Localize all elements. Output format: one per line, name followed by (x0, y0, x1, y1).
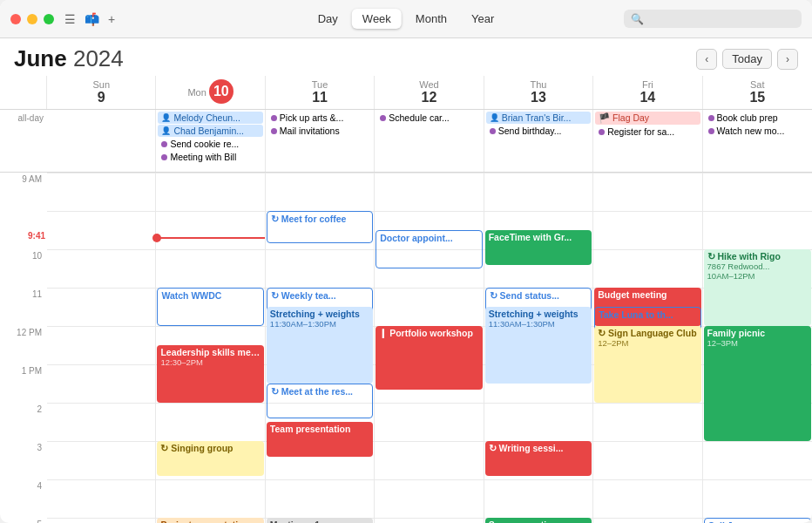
hour-line (47, 364, 155, 365)
add-icon[interactable]: + (108, 12, 115, 26)
calendar-event[interactable]: ↻ Meet at the res... (267, 384, 373, 418)
day-header-mon: Mon 10 (156, 76, 265, 109)
calendar-event[interactable]: ↻ Hike with Rigo7867 Redwood...10AM–12PM (704, 249, 811, 326)
calendar-event[interactable]: ↻ Sign Language Club12–2PM (594, 326, 700, 403)
allday-event[interactable]: Watch new mo... (705, 125, 810, 137)
hour-line (703, 211, 812, 212)
time-label-13: 1 PM (0, 364, 47, 403)
allday-event[interactable]: Meeting with Bill (158, 151, 262, 163)
hour-line (266, 479, 374, 480)
day-header-wed: Wed 12 (375, 76, 484, 109)
search-icon: 🔍 (631, 13, 644, 25)
hour-line (703, 441, 812, 442)
inbox-icon[interactable]: 📫 (85, 12, 99, 26)
hour-line (593, 403, 701, 404)
allday-event[interactable]: 👤 Brian Tran's Bir... (486, 112, 591, 124)
calendar-event[interactable]: Doctor appoint... (376, 230, 482, 268)
calendar-event[interactable]: ↻ Meet for coffee (267, 211, 373, 243)
search-bar[interactable]: 🔍 (624, 10, 802, 28)
calendar-event[interactable]: Stretching + weights11:30AM–1:30PM (267, 307, 373, 384)
hour-line (375, 288, 483, 289)
close-button[interactable] (10, 14, 21, 24)
allday-event[interactable]: Send birthday... (486, 125, 591, 137)
calendar-event[interactable]: Stretching + weights11:30AM–1:30PM (485, 307, 592, 384)
next-button[interactable]: › (777, 49, 798, 70)
hour-line (484, 403, 592, 404)
hour-line (47, 403, 155, 404)
hour-line (266, 249, 374, 250)
calendar-header: June 2024 ‹ Today › (0, 38, 812, 76)
calendar-event[interactable]: ↻ Writing sessi... (485, 441, 592, 476)
allday-row: all-day 👤 Melody Cheun... 👤 Chad Benjami… (0, 110, 812, 173)
allday-event[interactable]: Register for sa... (595, 126, 700, 138)
view-year-button[interactable]: Year (461, 9, 504, 29)
day-col-wed: Doctor appoint...❙ Portfolio workshop (375, 173, 484, 523)
today-button[interactable]: Today (722, 49, 772, 69)
allday-event[interactable]: Schedule car... (376, 112, 481, 124)
sidebar-icon[interactable]: ☰ (64, 12, 76, 26)
day-header-thu: Thu 13 (484, 76, 593, 109)
day-col-sun (47, 173, 156, 523)
day-col-mon: Watch WWDCLeadership skills meeting12:30… (156, 173, 265, 523)
time-labels: 9 AM101112 PM1 PM234569:41 (0, 173, 47, 523)
search-input[interactable] (648, 12, 788, 25)
hour-line (375, 479, 483, 480)
allday-col-sat: Book club prep Watch new mo... (703, 110, 812, 172)
calendar-event[interactable]: Watch WWDC (157, 288, 263, 326)
titlebar-icons: ☰ 📫 + (64, 12, 115, 26)
view-day-button[interactable]: Day (308, 9, 348, 29)
allday-event[interactable]: Book club prep (705, 112, 810, 124)
allday-event[interactable]: Send cookie re... (158, 138, 262, 150)
hour-line (375, 173, 483, 173)
view-month-button[interactable]: Month (405, 9, 457, 29)
calendar-event[interactable]: FaceTime with Gr... (485, 230, 592, 265)
calendar-event[interactable]: Project presentations5–7PM (157, 518, 263, 523)
hour-line (593, 173, 701, 173)
hour-line (47, 249, 155, 250)
allday-event[interactable]: Mail invitations (267, 125, 372, 137)
calendar-event[interactable]: Leadership skills meeting12:30–2PM (157, 345, 263, 403)
allday-event[interactable]: Pick up arts &... (267, 112, 372, 124)
nav-buttons: ‹ Today › (696, 49, 798, 70)
time-grid: 9 AM101112 PM1 PM234569:41 Watch WWDCLea… (0, 173, 812, 523)
allday-event-flagday[interactable]: 🏴 Flag Day (595, 112, 700, 125)
time-label-12: 12 PM (0, 326, 47, 364)
prev-button[interactable]: ‹ (696, 49, 717, 70)
hour-line (593, 441, 701, 442)
day-header-sat: Sat 15 (703, 76, 812, 109)
hour-line (47, 288, 155, 289)
hour-line (593, 518, 701, 519)
calendar-event[interactable]: Call Jenny (704, 518, 811, 523)
maximize-button[interactable] (44, 14, 54, 24)
calendar-event[interactable]: ↻ Singing group (157, 441, 263, 476)
hour-line (156, 403, 264, 404)
current-time-line (156, 237, 264, 239)
calendar-title: June 2024 (14, 45, 124, 72)
day-col-tue: ↻ Meet for coffee↻ Weekly tea...Stretchi… (266, 173, 375, 523)
hour-line (266, 173, 374, 173)
calendar-event[interactable]: Meeting... 1 more (267, 518, 373, 523)
time-label-10: 10 (0, 249, 47, 288)
allday-col-sun (47, 110, 156, 172)
hour-line (156, 211, 264, 212)
allday-label: all-day (0, 110, 47, 172)
calendar-event[interactable]: Family picnic12–3PM (704, 326, 811, 441)
hour-line (593, 211, 701, 212)
allday-col-fri: 🏴 Flag Day Register for sa... (593, 110, 702, 172)
allday-event[interactable]: 👤 Chad Benjamin... (158, 125, 262, 137)
calendar-window: ☰ 📫 + Day Week Month Year 🔍 June 2024 ‹ … (0, 0, 812, 523)
hour-line (703, 479, 812, 480)
minimize-button[interactable] (27, 14, 37, 24)
calendar-event[interactable]: ❙ Portfolio workshop (376, 326, 482, 390)
calendar-event[interactable]: Team presentation (267, 422, 373, 457)
allday-col-thu: 👤 Brian Tran's Bir... Send birthday... (484, 110, 593, 172)
view-week-button[interactable]: Week (352, 9, 402, 29)
time-label-16: 4 (0, 479, 47, 518)
current-time-label: 9:41 (28, 231, 45, 241)
calendar-event[interactable]: Soccer practice (485, 518, 592, 523)
allday-event[interactable]: 👤 Melody Cheun... (158, 112, 262, 124)
day-header-fri: Fri 14 (593, 76, 702, 109)
hour-line (156, 173, 264, 173)
hour-line (375, 441, 483, 442)
allday-col-tue: Pick up arts &... Mail invitations (266, 110, 375, 172)
